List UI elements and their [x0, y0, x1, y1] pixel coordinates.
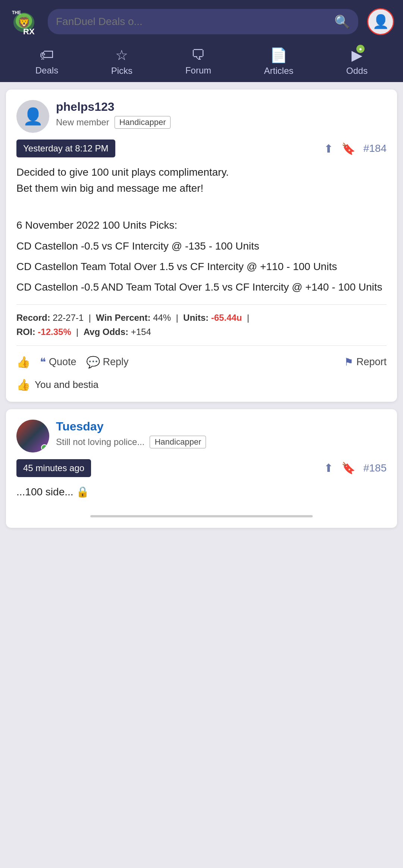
timestamp-185: 45 minutes ago	[16, 459, 91, 477]
username: phelps123	[56, 100, 387, 114]
report-button[interactable]: ⚑ Report	[344, 356, 387, 368]
interaction-bar: 👍 ❝ Quote 💬 Reply ⚑ Report	[16, 352, 387, 372]
like-count-icon: 👍	[16, 378, 30, 391]
username-tuesday: Tuesday	[56, 420, 387, 433]
thumbs-up-icon: 👍	[16, 355, 30, 369]
stats-bar: Record: 22-27-1 | Win Percent: 44% | Uni…	[16, 304, 387, 346]
user-info-tuesday: Tuesday Still not loving police... Handi…	[56, 420, 387, 448]
nav-deals[interactable]: 🏷 Deals	[28, 43, 66, 82]
body-preview: ...100 side... 🔒	[16, 484, 387, 500]
nav-articles[interactable]: 📄 Articles	[257, 43, 301, 82]
share-button-185[interactable]: ⬆	[324, 461, 333, 474]
site-logo[interactable]: 🦁 THE RX	[9, 7, 39, 37]
articles-icon: 📄	[270, 47, 287, 63]
main-nav: 🏷 Deals ☆ Picks 🗨 Forum 📄 Articles ▶ ● O…	[9, 43, 394, 82]
body-line-1: 6 November 2022 100 Units Picks:	[16, 217, 387, 233]
flag-icon: ⚑	[344, 356, 353, 368]
scroll-indicator	[90, 515, 312, 517]
deals-icon: 🏷	[40, 47, 54, 63]
timestamp-row: Yesterday at 8:12 PM ⬆ 🔖 #184	[16, 140, 387, 157]
handicapper-badge-tuesday: Handicapper	[150, 436, 206, 448]
like-button[interactable]: 👍	[16, 352, 36, 372]
online-indicator	[41, 444, 48, 451]
stats-line-2: ROI: -12.35% | Avg Odds: +154	[16, 325, 387, 339]
body-line-3: CD Castellon Team Total Over 1.5 vs CF I…	[16, 258, 387, 275]
post-header: 👤 phelps123 New member Handicapper	[16, 100, 387, 133]
avatar: 👤	[16, 100, 49, 133]
nav-odds[interactable]: ▶ ● Odds	[339, 43, 375, 82]
user-meta: New member Handicapper	[56, 116, 387, 129]
body-line-2: CD Castellon -0.5 vs CF Intercity @ -135…	[16, 238, 387, 254]
handicapper-badge: Handicapper	[115, 116, 171, 129]
quote-button[interactable]: ❝ Quote	[40, 352, 82, 372]
post-number-185: #185	[363, 462, 387, 474]
deals-label: Deals	[35, 65, 58, 76]
forum-icon: 🗨	[191, 47, 205, 63]
search-button[interactable]: 🔍	[334, 14, 350, 29]
odds-label: Odds	[346, 66, 368, 76]
search-bar[interactable]: 🔍	[48, 9, 358, 34]
articles-label: Articles	[264, 66, 294, 76]
svg-text:THE: THE	[12, 10, 21, 15]
bookmark-button-185[interactable]: 🔖	[341, 461, 355, 474]
timestamp: Yesterday at 8:12 PM	[16, 140, 115, 157]
post-185-body-preview: ...100 side... 🔒	[16, 484, 387, 506]
avatar-tuesday	[16, 420, 49, 452]
reply-label: Reply	[103, 356, 129, 368]
forum-label: Forum	[185, 65, 211, 76]
share-button[interactable]: ⬆	[324, 142, 333, 155]
site-header: 🦁 THE RX 🔍 👤 🏷 Deals ☆ Picks 🗨 Forum	[0, 0, 403, 82]
reply-button[interactable]: 💬 Reply	[86, 352, 135, 372]
user-info: phelps123 New member Handicapper	[56, 100, 387, 129]
post-number: #184	[363, 142, 387, 154]
likes-text: You and bestia	[35, 379, 99, 391]
post-actions-right-185: ⬆ 🔖 #185	[324, 461, 387, 474]
reply-icon: 💬	[86, 355, 100, 369]
post-body: Decided to give 100 unit plays complimen…	[16, 164, 387, 295]
svg-text:RX: RX	[23, 27, 35, 36]
picks-icon: ☆	[115, 47, 128, 63]
stats-line-1: Record: 22-27-1 | Win Percent: 44% | Uni…	[16, 311, 387, 325]
timestamp-row-185: 45 minutes ago ⬆ 🔖 #185	[16, 459, 387, 477]
odds-badge-dot: ●	[356, 45, 365, 53]
quote-icon: ❝	[40, 355, 46, 369]
post-185-header: Tuesday Still not loving police... Handi…	[16, 420, 387, 452]
quote-label: Quote	[49, 356, 76, 368]
main-content: 👤 phelps123 New member Handicapper Yeste…	[0, 82, 403, 543]
member-type-tuesday: Still not loving police...	[56, 437, 144, 447]
nav-forum[interactable]: 🗨 Forum	[178, 43, 219, 82]
post-184: 👤 phelps123 New member Handicapper Yeste…	[6, 90, 397, 402]
nav-picks[interactable]: ☆ Picks	[104, 43, 140, 82]
user-avatar-header[interactable]: 👤	[367, 8, 394, 35]
member-type: New member	[56, 117, 109, 128]
picks-label: Picks	[111, 66, 132, 76]
post-185: Tuesday Still not loving police... Handi…	[6, 409, 397, 528]
body-line-4: CD Castellon -0.5 AND Team Total Over 1.…	[16, 279, 387, 295]
post-actions-right: ⬆ 🔖 #184	[324, 142, 387, 155]
bookmark-button[interactable]: 🔖	[341, 142, 355, 155]
body-line-0: Decided to give 100 unit plays complimen…	[16, 164, 387, 197]
likes-row: 👍 You and bestia	[16, 378, 387, 391]
user-meta-tuesday: Still not loving police... Handicapper	[56, 436, 387, 448]
search-input[interactable]	[56, 16, 330, 28]
report-label: Report	[356, 356, 387, 368]
